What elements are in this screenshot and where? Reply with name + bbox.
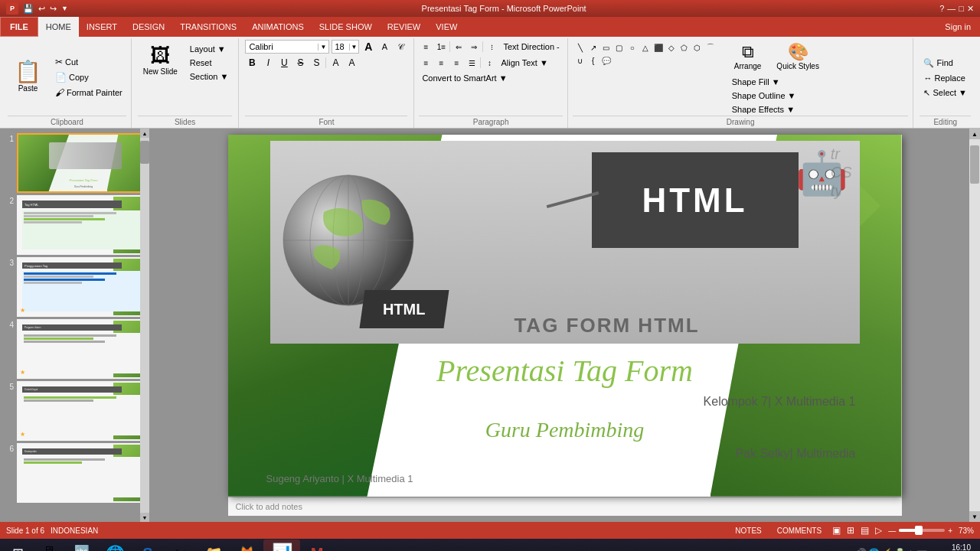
justify-button[interactable]: ☰ [465, 56, 479, 70]
font-shrink-button[interactable]: A [377, 40, 391, 54]
minimize-button[interactable]: — [947, 4, 956, 14]
slide-kelompok[interactable]: Kelompok 7| X Multimedia 1 [266, 395, 856, 409]
slide-footer[interactable]: Sugeng Ariyanto | X Multimedia 1 [266, 473, 413, 484]
slide-view-vscroll[interactable]: ▲ ▼ [969, 129, 980, 522]
underline-button[interactable]: U [277, 56, 291, 70]
columns-button[interactable]: ⫶ [485, 40, 498, 54]
shape-line[interactable]: ╲ [574, 41, 586, 54]
format-painter-button[interactable]: 🖌 Format Painter [51, 86, 126, 99]
taskbar-app-sql[interactable]: 🖥 OF SQL [33, 540, 65, 551]
shape-curve[interactable]: ⌒ [704, 41, 717, 54]
convert-smartart-button[interactable]: Convert to SmartArt ▼ [419, 72, 562, 84]
tab-transitions[interactable]: TRANSITIONS [172, 17, 244, 37]
quick-styles-button[interactable]: 🎨 Quick Styles [771, 40, 825, 73]
line-spacing-button[interactable]: ↕ [482, 56, 496, 70]
tab-design[interactable]: DESIGN [125, 17, 172, 37]
new-slide-button[interactable]: 🖼 New Slide [138, 40, 183, 80]
arrange-button[interactable]: ⧉ Arrange [729, 40, 767, 73]
scroll-down-button[interactable]: ▼ [140, 513, 149, 522]
taskbar-app-soffice[interactable]: S [132, 540, 164, 551]
quick-customize[interactable]: ▼ [61, 5, 68, 12]
text-direction-button[interactable]: Text Direction - [500, 41, 562, 53]
slide-thumb-2[interactable]: 2 Tag HTML [3, 195, 146, 255]
maximize-button[interactable]: □ [959, 4, 964, 14]
notes-bar[interactable]: Click to add notes [228, 497, 902, 516]
view-normal-btn[interactable]: ▣ [832, 525, 841, 536]
align-right-button[interactable]: ≡ [449, 56, 463, 70]
taskbar-app-cut[interactable]: ✂ [165, 540, 197, 551]
paste-button[interactable]: 📋 Paste [8, 40, 48, 114]
reset-button[interactable]: Reset [186, 57, 233, 69]
quick-undo[interactable]: ↩ [38, 4, 45, 14]
font-size-selector[interactable]: 18 ▼ [332, 40, 359, 54]
strikethrough-button[interactable]: S [293, 56, 307, 70]
vscroll-up[interactable]: ▲ [969, 129, 980, 139]
slide-main-title[interactable]: Presentasi Tag Form [266, 353, 864, 389]
bold-button[interactable]: B [245, 56, 259, 70]
shape-arrow[interactable]: ↗ [587, 41, 599, 54]
shape-rect[interactable]: ▭ [600, 41, 612, 54]
shape-outline-button[interactable]: Shape Outline ▼ [729, 90, 825, 102]
quick-redo[interactable]: ↪ [50, 4, 57, 14]
slide-thumb-5[interactable]: 5 Contoh Input ★ [3, 381, 146, 441]
numbered-list-button[interactable]: 1≡ [434, 40, 448, 54]
cut-button[interactable]: ✂ Cut [51, 55, 126, 69]
slide-thumb-1[interactable]: 1 Presentasi Tag Form Guru Pembimbing [3, 133, 146, 193]
sign-in[interactable]: Sign in [936, 22, 980, 31]
taskbar-app-firefox[interactable]: 🦊 [230, 540, 263, 551]
align-left-button[interactable]: ≡ [419, 56, 433, 70]
taskbar-app-globe[interactable]: 🌐 [99, 540, 131, 551]
shape-callout[interactable]: 💬 [600, 54, 612, 67]
italic-button[interactable]: I [261, 56, 275, 70]
tab-review[interactable]: REVIEW [380, 17, 428, 37]
slide-thumb-img-2[interactable]: Tag HTML [17, 195, 146, 255]
scroll-thumb[interactable] [140, 141, 149, 164]
shape-effects-button[interactable]: Shape Effects ▼ [729, 103, 825, 116]
shape-pentagon[interactable]: ⬠ [678, 41, 691, 54]
clear-format-button[interactable]: 𝒞 [394, 40, 407, 54]
copy-button[interactable]: 📄 Copy [51, 70, 126, 84]
tab-insert[interactable]: INSERT [79, 17, 125, 37]
align-center-button[interactable]: ≡ [434, 56, 448, 70]
layout-button[interactable]: Layout ▼ [186, 43, 233, 55]
vscroll-down[interactable]: ▼ [969, 511, 980, 522]
section-button[interactable]: Section ▼ [186, 70, 233, 83]
start-button[interactable]: ⊞ [3, 540, 32, 551]
replace-button[interactable]: ↔ Replace [920, 72, 971, 84]
shape-triangle[interactable]: △ [639, 41, 652, 54]
bullet-list-button[interactable]: ≡ [419, 40, 433, 54]
tab-animations[interactable]: ANIMATIONS [244, 17, 312, 37]
view-slideshow-btn[interactable]: ▷ [875, 525, 882, 536]
shape-rounded-rect[interactable]: ▢ [613, 41, 626, 54]
taskbar-app-powerpoint[interactable]: 📊 [263, 540, 300, 551]
close-button[interactable]: ✕ [967, 4, 974, 14]
slide-thumb-4[interactable]: 4 Program <form> ★ [3, 319, 146, 379]
tab-home[interactable]: HOME [38, 17, 79, 37]
font-name-selector[interactable]: Calibri ▼ [245, 40, 329, 54]
shape-oval[interactable]: ○ [626, 41, 639, 54]
tab-file[interactable]: FILE [0, 17, 38, 37]
taskbar-app-filemanager[interactable]: 📁 [198, 540, 230, 551]
shadow-button[interactable]: S [309, 56, 323, 70]
zoom-slider[interactable]: — + [888, 527, 952, 535]
slide-thumb-img-6[interactable]: Kesimpulan [17, 443, 146, 503]
shape-brace[interactable]: { [587, 54, 599, 67]
slide-panel-scrollbar[interactable]: ▲ ▼ [140, 129, 149, 522]
slide-thumb-img-3[interactable]: Penggunaan Tag ★ [17, 257, 146, 317]
view-reading-btn[interactable]: ▤ [861, 525, 869, 536]
decrease-indent-button[interactable]: ⇐ [452, 40, 466, 54]
shape-arc[interactable]: ∪ [574, 54, 586, 67]
tab-slideshow[interactable]: SLIDE SHOW [312, 17, 380, 37]
tab-view[interactable]: VIEW [428, 17, 465, 37]
slide-thumb-6[interactable]: 6 Kesimpulan [3, 443, 146, 503]
notes-status-btn[interactable]: NOTES [730, 526, 766, 536]
shape-fill-button[interactable]: Shape Fill ▼ [729, 76, 825, 88]
vscroll-thumb-view[interactable] [970, 145, 979, 184]
highlight-button[interactable]: A [345, 56, 358, 70]
taskbar-app-msoft[interactable]: M [301, 540, 333, 551]
slide-guru-name[interactable]: Pak Selky| Multimedia [266, 447, 856, 461]
find-button[interactable]: 🔍 Find [920, 57, 971, 70]
shape-diamond[interactable]: ◇ [665, 41, 678, 54]
comments-status-btn[interactable]: COMMENTS [773, 526, 826, 536]
select-button[interactable]: ↖ Select ▼ [920, 86, 971, 99]
